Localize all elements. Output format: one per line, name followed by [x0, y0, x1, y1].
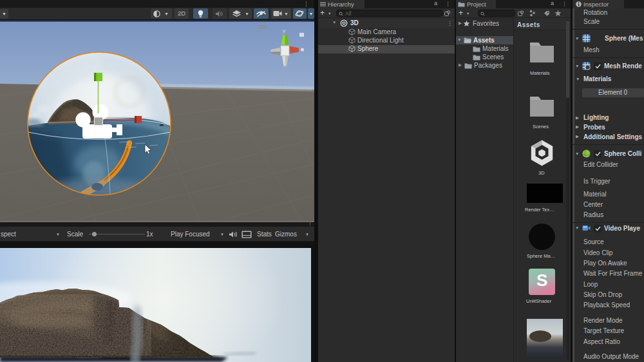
svg-text:y: y	[283, 28, 285, 33]
